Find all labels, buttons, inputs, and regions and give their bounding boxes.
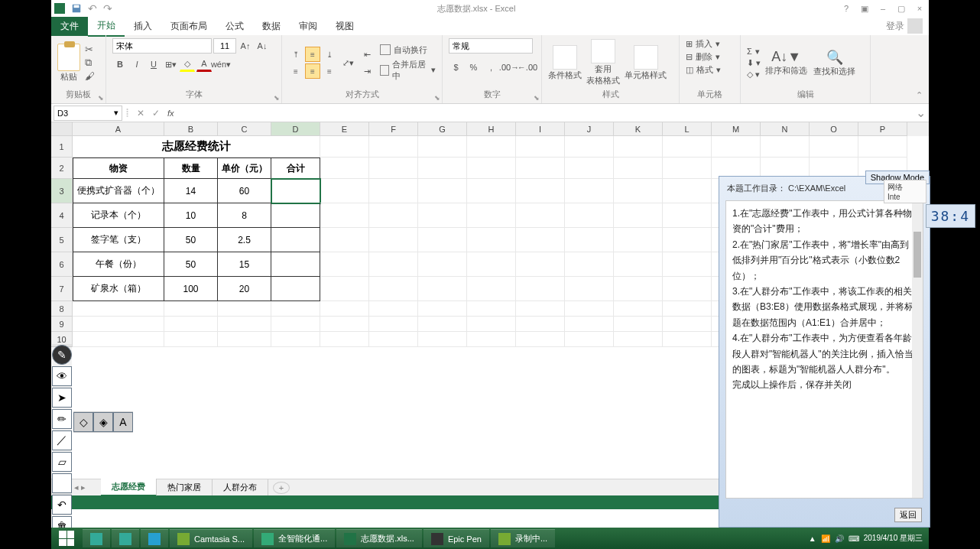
cell[interactable] — [858, 136, 907, 158]
col-header[interactable]: G — [418, 122, 467, 136]
insert-cells-button[interactable]: ⊞ 插入 ▾ — [686, 38, 734, 50]
menu-file[interactable]: 文件 — [51, 17, 88, 36]
row-header[interactable]: 8 — [51, 301, 73, 317]
cell[interactable] — [663, 203, 712, 228]
col-header[interactable]: I — [516, 122, 565, 136]
col-header[interactable]: M — [712, 122, 761, 136]
taskbar-item[interactable] — [112, 529, 139, 547]
cell[interactable] — [614, 317, 663, 332]
col-header[interactable]: H — [467, 122, 516, 136]
cell[interactable] — [418, 228, 467, 252]
cell[interactable] — [271, 332, 320, 347]
tray-volume-icon[interactable]: 🔊 — [835, 534, 844, 543]
cell[interactable] — [467, 179, 516, 203]
alignment-launcher[interactable]: ⬊ — [434, 94, 440, 102]
cell[interactable] — [810, 136, 858, 158]
epicpen-undo-icon[interactable]: ↶ — [52, 495, 72, 515]
taskbar-item[interactable]: Epic Pen — [423, 529, 489, 547]
sheet-tab-3[interactable]: 人群分布 — [213, 479, 268, 495]
indent-increase[interactable]: ⇥ — [360, 63, 375, 79]
fx-icon[interactable]: fx — [167, 109, 174, 118]
taskbar-item[interactable]: 志愿数据.xls... — [336, 529, 422, 547]
undo-icon[interactable]: ↶ — [88, 2, 97, 15]
cell[interactable] — [663, 277, 712, 301]
cell[interactable] — [369, 317, 418, 332]
cell[interactable] — [369, 332, 418, 347]
exam-scrollbar[interactable] — [912, 201, 923, 498]
epicpen-highlighter-icon[interactable]: ／ — [52, 430, 72, 450]
bold-button[interactable]: B — [112, 57, 128, 72]
cell[interactable]: 签字笔（支） — [73, 228, 164, 252]
menu-data[interactable]: 数据 — [253, 17, 290, 36]
cell[interactable] — [418, 136, 467, 158]
cell[interactable] — [369, 203, 418, 228]
cell[interactable] — [467, 158, 516, 179]
col-header[interactable]: N — [761, 122, 810, 136]
menu-layout[interactable]: 页面布局 — [161, 17, 216, 36]
align-bottom[interactable]: ⤓ — [322, 47, 337, 62]
cell[interactable] — [565, 136, 614, 158]
find-select-button[interactable]: 🔍查找和选择 — [813, 49, 855, 77]
avatar[interactable] — [907, 18, 923, 34]
add-sheet-button[interactable]: + — [273, 482, 290, 494]
cell[interactable] — [218, 317, 271, 332]
row-header[interactable]: 1 — [51, 136, 73, 158]
cell[interactable] — [418, 203, 467, 228]
select-all-corner[interactable] — [51, 122, 73, 136]
cell[interactable] — [516, 203, 565, 228]
format-painter-icon[interactable]: 🖌 — [85, 70, 95, 82]
cell[interactable] — [565, 203, 614, 228]
taskbar-item[interactable] — [141, 529, 168, 547]
cell[interactable]: 20 — [218, 277, 271, 301]
ribbon-collapse[interactable]: ⌃ — [910, 87, 929, 103]
taskbar-item[interactable] — [83, 529, 110, 547]
col-header[interactable]: F — [369, 122, 418, 136]
shrink-font-icon[interactable]: A↓ — [255, 38, 270, 54]
col-header[interactable]: C — [218, 122, 271, 136]
col-header[interactable]: D — [271, 122, 320, 136]
tray-network-icon[interactable]: 📶 — [821, 534, 830, 543]
cell[interactable] — [467, 317, 516, 332]
cell[interactable] — [565, 228, 614, 252]
save-icon[interactable] — [71, 3, 82, 14]
epicpen-shape-icon[interactable]: ◇ — [73, 412, 93, 432]
col-header[interactable]: L — [663, 122, 712, 136]
menu-insert[interactable]: 插入 — [125, 17, 161, 36]
comma-button[interactable]: , — [484, 60, 498, 75]
cell[interactable] — [663, 228, 712, 252]
format-cells-button[interactable]: ◫ 格式 ▾ — [686, 64, 734, 76]
cell[interactable] — [271, 301, 320, 317]
cell[interactable] — [614, 203, 663, 228]
cell[interactable] — [73, 317, 164, 332]
epicpen-eraser-icon[interactable]: ▱ — [52, 452, 72, 472]
font-size-input[interactable] — [213, 38, 236, 54]
cell[interactable] — [614, 301, 663, 317]
cell[interactable] — [761, 136, 810, 158]
cell[interactable] — [614, 136, 663, 158]
cell[interactable] — [320, 301, 369, 317]
epicpen-logo-icon[interactable]: ✎ — [52, 345, 72, 365]
fill-color-button[interactable]: ◇ — [180, 57, 195, 72]
cell[interactable] — [516, 301, 565, 317]
fill-button[interactable]: ⬇ ▾ — [747, 58, 761, 68]
cell[interactable] — [418, 179, 467, 203]
login-label[interactable]: 登录 — [886, 20, 904, 33]
cell[interactable] — [614, 252, 663, 277]
cell[interactable] — [369, 228, 418, 252]
col-header[interactable]: J — [565, 122, 614, 136]
align-center[interactable]: ≡ — [305, 63, 320, 79]
cell[interactable]: 100 — [164, 277, 218, 301]
row-header[interactable]: 5 — [51, 228, 73, 252]
system-tray[interactable]: ▲ 📶 🔊 ⌨ 2019/4/10 星期三 — [809, 533, 929, 544]
help-icon[interactable]: ? — [840, 2, 852, 15]
menu-review[interactable]: 审阅 — [290, 17, 326, 36]
cell[interactable]: 8 — [218, 203, 271, 228]
col-header[interactable]: E — [320, 122, 369, 136]
row-header[interactable]: 2 — [51, 158, 73, 179]
grow-font-icon[interactable]: A↑ — [238, 38, 253, 54]
cell[interactable] — [418, 252, 467, 277]
cell[interactable] — [271, 179, 320, 203]
epicpen-cursor-icon[interactable]: ➤ — [52, 388, 72, 408]
cell[interactable] — [73, 301, 164, 317]
cell[interactable] — [164, 301, 218, 317]
